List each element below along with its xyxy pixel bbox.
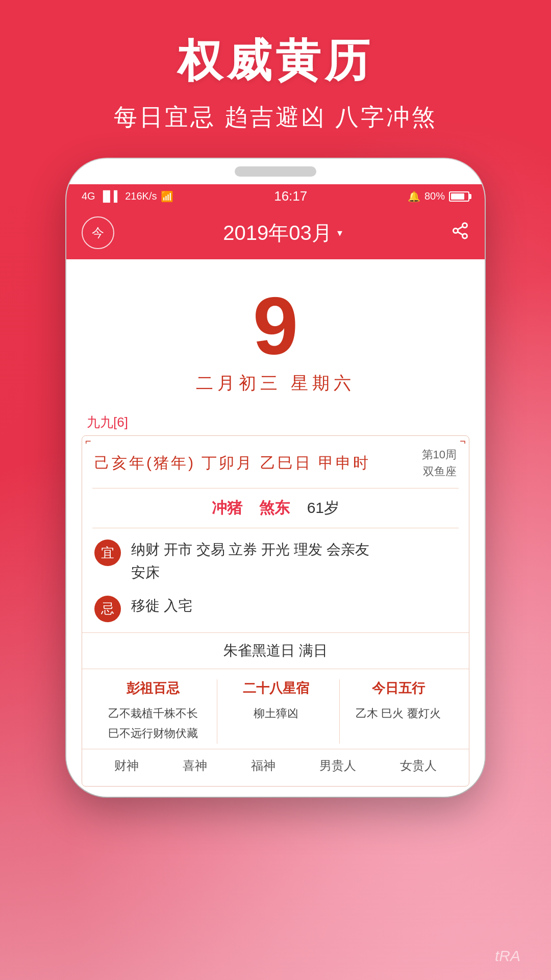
- svg-point-2: [462, 234, 467, 238]
- dropdown-arrow-icon: ▾: [337, 227, 342, 239]
- battery-icon: [449, 191, 469, 202]
- yi-row: 宜 纳财 开市 交易 立券 开光 理发 会亲友安床: [94, 533, 457, 590]
- day-number: 9: [66, 285, 485, 366]
- chong-label2: 煞东: [259, 499, 290, 516]
- zodiac: 双鱼座: [422, 463, 457, 480]
- app-navbar: 今 2019年03月 ▾: [66, 208, 485, 259]
- status-bar: 4G ▐▌▌ 216K/s 📶 16:17 🔔 80%: [66, 184, 485, 208]
- yi-ji-section: 宜 纳财 开市 交易 立券 开光 理发 会亲友安床 忌 移徙 入宅: [82, 528, 469, 632]
- app-subtitle: 每日宜忌 趋吉避凶 八字冲煞: [114, 102, 437, 133]
- ji-text: 移徙 入宅: [131, 595, 457, 618]
- yi-text: 纳财 开市 交易 立券 开光 理发 会亲友安床: [131, 538, 457, 584]
- col-pengzu-content: 乙不栽植千株不长巳不远行财物伏藏: [94, 703, 212, 744]
- svg-point-0: [462, 223, 467, 228]
- col-pengzu-header: 彭祖百忌: [94, 679, 212, 697]
- share-button[interactable]: [451, 222, 469, 244]
- ganzhi-sub: 第10周 双鱼座: [422, 446, 457, 480]
- ji-badge: 忌: [94, 596, 121, 622]
- col-wuxing-header: 今日五行: [340, 679, 457, 697]
- app-header: 权威黄历 每日宜忌 趋吉避凶 八字冲煞: [114, 0, 437, 133]
- month-title-text: 2019年03月: [223, 219, 332, 247]
- svg-line-4: [458, 226, 463, 229]
- yi-badge: 宜: [94, 540, 121, 566]
- label-caishen: 财神: [114, 757, 139, 774]
- info-card: 己亥年(猪年) 丁卯月 乙巳日 甲申时 第10周 双鱼座 冲猪 煞东 61岁: [82, 435, 469, 787]
- col-wuxing: 今日五行 乙木 巳火 覆灯火: [339, 679, 457, 744]
- phone-frame: 4G ▐▌▌ 216K/s 📶 16:17 🔔 80% 今 2019年03月 ▾: [66, 159, 485, 797]
- chong-age: 61岁: [307, 499, 339, 516]
- blackday-row: 朱雀黑道日 满日: [82, 632, 469, 669]
- alarm-icon: 🔔: [408, 190, 420, 203]
- ji-row: 忌 移徙 入宅: [94, 590, 457, 627]
- chong-row: 冲猪 煞东 61岁: [82, 488, 469, 528]
- svg-line-3: [458, 232, 463, 235]
- col-stars-header: 二十八星宿: [217, 679, 334, 697]
- phone-speaker: [235, 166, 316, 177]
- label-nan-guiren: 男贵人: [319, 757, 356, 774]
- ganzhi-row: 己亥年(猪年) 丁卯月 乙巳日 甲申时 第10周 双鱼座: [82, 436, 469, 488]
- lunar-date: 二月初三 星期六: [66, 372, 485, 395]
- app-title: 权威黄历: [114, 31, 437, 91]
- watermark: tRA: [495, 947, 520, 965]
- bottom-labels: 财神 喜神 福神 男贵人 女贵人: [82, 749, 469, 786]
- col-stars: 二十八星宿 柳土獐凶: [217, 679, 334, 744]
- status-left: 4G ▐▌▌ 216K/s 📶: [82, 190, 173, 203]
- status-time: 16:17: [274, 188, 307, 204]
- calendar-body: 9 二月初三 星期六 九九[6] 己亥年(猪年) 丁卯月 乙巳日 甲申时 第10…: [66, 259, 485, 787]
- three-columns: 彭祖百忌 乙不栽植千株不长巳不远行财物伏藏 二十八星宿 柳土獐凶 今日五行: [82, 669, 469, 749]
- date-display: 9 二月初三 星期六: [66, 259, 485, 405]
- label-nv-guiren: 女贵人: [400, 757, 437, 774]
- phone-top: [66, 159, 485, 184]
- network-indicator: 4G: [82, 190, 95, 202]
- month-selector[interactable]: 2019年03月 ▾: [223, 219, 342, 247]
- label-xishen: 喜神: [183, 757, 207, 774]
- signal-icon: ▐▌▌: [99, 190, 121, 202]
- battery-percent: 80%: [424, 190, 445, 202]
- chong-label1: 冲猪: [212, 499, 242, 516]
- col-stars-content: 柳土獐凶: [217, 703, 334, 724]
- svg-point-1: [453, 228, 458, 233]
- nine-nine-label: 九九[6]: [66, 405, 485, 435]
- speed-indicator: 216K/s: [125, 190, 157, 202]
- battery-fill: [451, 193, 464, 200]
- week-number: 第10周: [422, 446, 457, 463]
- ganzhi-main: 己亥年(猪年) 丁卯月 乙巳日 甲申时: [94, 453, 370, 474]
- wifi-icon: 📶: [161, 190, 173, 203]
- col-pengzu: 彭祖百忌 乙不栽植千株不长巳不远行财物伏藏: [94, 679, 212, 744]
- col-wuxing-content: 乙木 巳火 覆灯火: [340, 703, 457, 724]
- today-button[interactable]: 今: [82, 216, 114, 249]
- status-right: 🔔 80%: [408, 190, 469, 203]
- label-fushen: 福神: [251, 757, 276, 774]
